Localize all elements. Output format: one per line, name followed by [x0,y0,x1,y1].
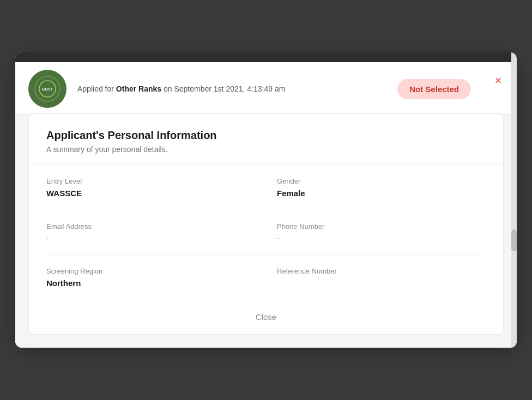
applied-date-prefix: on [161,84,174,93]
header-area: GOVT Applied for Other Ranks on Septembe… [15,62,517,113]
email-value: - [46,234,244,243]
modal-overlay: GOVT Applied for Other Ranks on Septembe… [0,0,532,400]
entry-level-label: Entry Level [46,177,244,185]
applied-prefix: Applied for [77,84,116,93]
modal-top-bar [15,52,517,62]
close-icon-button[interactable]: × [489,72,507,89]
logo: GOVT [28,70,66,108]
reference-number-cell: Reference Number [266,255,486,300]
gender-value: Female [277,189,486,198]
applied-date: September 1st 2021, 4:13:49 am [174,84,285,93]
logo-area: GOVT Applied for Other Ranks on Septembe… [15,62,517,113]
phone-cell: Phone Number - [266,210,486,255]
entry-level-value: WASSCE [46,189,244,198]
entry-level-cell: Entry Level WASSCE [46,165,266,210]
screening-region-value: Northern [46,278,244,288]
close-button[interactable]: Close [256,312,276,322]
applicant-info: Applied for Other Ranks on September 1st… [77,84,397,93]
scrollbar-track[interactable] [511,52,517,348]
reference-number-label: Reference Number [277,267,486,275]
screening-region-label: Screening Region [46,267,244,275]
modal-container: GOVT Applied for Other Ranks on Septembe… [15,52,517,348]
gender-label: Gender [277,177,486,185]
personal-info-section: Applicant's Personal Information A summa… [28,113,504,335]
phone-label: Phone Number [277,222,486,231]
svg-text:GOVT: GOVT [42,87,53,91]
gender-cell: Gender Female [266,165,486,210]
screening-region-cell: Screening Region Northern [46,255,266,300]
status-badge: Not Selected [397,79,471,99]
section-subtitle: A summary of your personal details. [46,145,486,154]
email-label: Email Address [46,222,244,231]
phone-value: - [277,234,486,243]
applicant-header: Applied for Other Ranks on September 1st… [66,79,504,99]
applicant-applied-text: Applied for Other Ranks on September 1st… [77,84,397,93]
scrollbar-thumb[interactable] [511,229,517,251]
close-footer: Close [46,300,486,334]
modal-body: Applicant's Personal Information A summa… [15,113,517,348]
info-grid: Entry Level WASSCE Gender Female Email A… [46,165,486,300]
applied-rank: Other Ranks [116,84,161,93]
email-cell: Email Address - [46,210,266,255]
section-title: Applicant's Personal Information [46,129,486,142]
